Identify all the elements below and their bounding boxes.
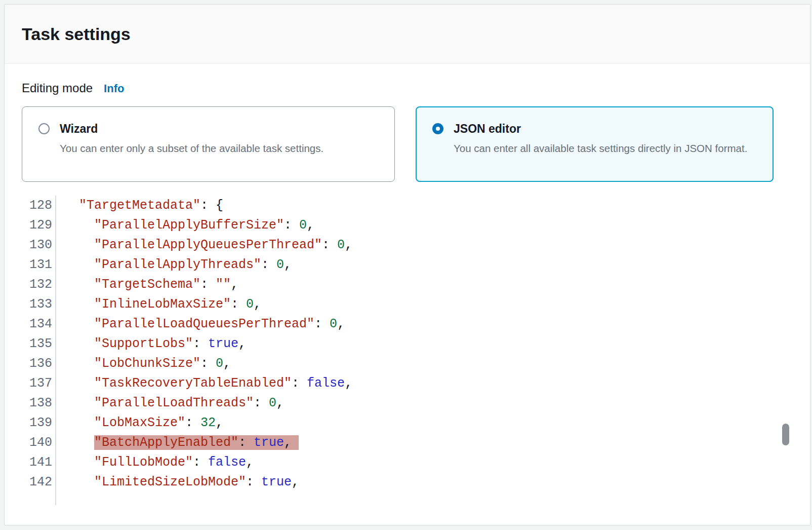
line-number: 135: [22, 334, 56, 354]
line-number: 129: [22, 215, 56, 235]
tile-description: You can enter all available task setting…: [454, 139, 758, 158]
code-line-filler: [22, 492, 793, 505]
line-number: 132: [22, 275, 56, 294]
scrollbar-thumb[interactable]: [782, 424, 789, 445]
line-number: 140: [22, 433, 56, 452]
task-settings-panel: Task settings Editing mode Info Wizard Y…: [4, 4, 810, 525]
panel-title: Task settings: [22, 24, 131, 44]
code-text: "ParallelApplyQueuesPerThread": 0,: [56, 235, 352, 255]
code-text: "TaskRecoveryTableEnabled": false,: [56, 373, 352, 393]
code-text: "SupportLobs": true,: [56, 334, 246, 354]
tile-label: Wizard: [60, 120, 98, 138]
editing-mode-row: Editing mode Info: [22, 81, 793, 95]
code-line: 136 "LobChunkSize": 0,: [22, 354, 793, 373]
panel-header: Task settings: [5, 5, 810, 64]
line-number: 134: [22, 314, 56, 334]
highlighted-code: "BatchApplyEnabled": true,: [94, 435, 299, 450]
tile-head: JSON editor: [432, 120, 758, 138]
line-number: 137: [22, 373, 56, 393]
editing-mode-label: Editing mode: [22, 81, 93, 95]
editing-mode-tile-json-editor[interactable]: JSON editor You can enter all available …: [416, 106, 774, 182]
code-line: 135 "SupportLobs": true,: [22, 334, 793, 354]
line-number: 130: [22, 235, 56, 255]
line-number: 131: [22, 255, 56, 275]
code-line: 129 "ParallelApplyBufferSize": 0,: [22, 215, 793, 235]
code-text: "TargetSchema": "",: [56, 275, 238, 294]
code-line: 132 "TargetSchema": "",: [22, 275, 793, 294]
code-text: "ParallelLoadQueuesPerThread": 0,: [56, 314, 345, 334]
line-number: 128: [22, 196, 56, 215]
line-number: 133: [22, 294, 56, 314]
editing-mode-tile-wizard[interactable]: Wizard You can enter only a subset of th…: [22, 106, 395, 182]
code-line: 141 "FullLobMode": false,: [22, 452, 793, 472]
radio-icon: [432, 123, 443, 134]
code-text: "ParallelApplyThreads": 0,: [56, 255, 292, 275]
code-line: 131 "ParallelApplyThreads": 0,: [22, 255, 793, 275]
code-line: 133 "InlineLobMaxSize": 0,: [22, 294, 793, 314]
line-number: 138: [22, 393, 56, 413]
code-text: "TargetMetadata": {: [56, 196, 223, 215]
json-code-editor[interactable]: 128 "TargetMetadata": {129 "ParallelAppl…: [22, 196, 793, 505]
line-number: 136: [22, 354, 56, 373]
info-link[interactable]: Info: [104, 82, 124, 95]
code-line: 139 "LobMaxSize": 32,: [22, 413, 793, 433]
code-text: "LobChunkSize": 0,: [56, 354, 231, 373]
code-line: 128 "TargetMetadata": {: [22, 196, 793, 215]
tile-description: You can enter only a subset of the avail…: [60, 139, 371, 158]
code-text: "LobMaxSize": 32,: [56, 413, 223, 433]
code-line: 140 "BatchApplyEnabled": true,: [22, 433, 793, 452]
line-number: 142: [22, 472, 56, 492]
code-text: "InlineLobMaxSize": 0,: [56, 294, 261, 314]
editing-mode-tiles: Wizard You can enter only a subset of th…: [22, 106, 793, 182]
code-line: 134 "ParallelLoadQueuesPerThread": 0,: [22, 314, 793, 334]
code-text: "FullLobMode": false,: [56, 452, 254, 472]
code-text: "BatchApplyEnabled": true,: [56, 433, 299, 452]
panel-body: Editing mode Info Wizard You can enter o…: [5, 64, 810, 505]
code-line: 137 "TaskRecoveryTableEnabled": false,: [22, 373, 793, 393]
radio-icon: [38, 123, 50, 134]
code-line: 138 "ParallelLoadThreads": 0,: [22, 393, 793, 413]
line-number: 141: [22, 452, 56, 472]
code-line: 142 "LimitedSizeLobMode": true,: [22, 472, 793, 492]
code-text: "ParallelApplyBufferSize": 0,: [56, 215, 314, 235]
tile-label: JSON editor: [454, 120, 521, 138]
code-text: "LimitedSizeLobMode": true,: [56, 472, 299, 492]
tile-head: Wizard: [38, 120, 379, 138]
line-number: 139: [22, 413, 56, 433]
code-text: "ParallelLoadThreads": 0,: [56, 393, 284, 413]
code-line: 130 "ParallelApplyQueuesPerThread": 0,: [22, 235, 793, 255]
